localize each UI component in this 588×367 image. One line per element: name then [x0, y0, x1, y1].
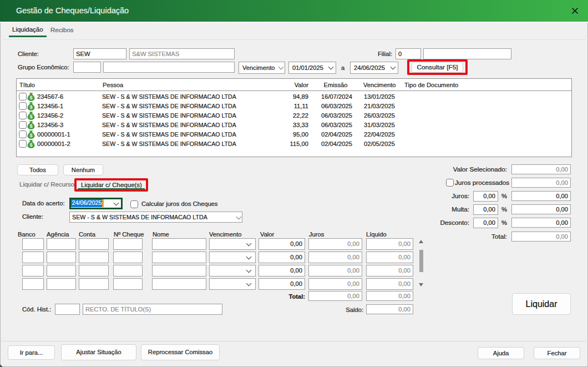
svg-text:$: $ [30, 123, 33, 129]
svg-text:$: $ [30, 95, 33, 100]
svg-text:$: $ [30, 104, 33, 110]
svg-text:$: $ [30, 114, 33, 119]
svg-text:$: $ [30, 142, 33, 148]
svg-text:$: $ [30, 133, 33, 138]
